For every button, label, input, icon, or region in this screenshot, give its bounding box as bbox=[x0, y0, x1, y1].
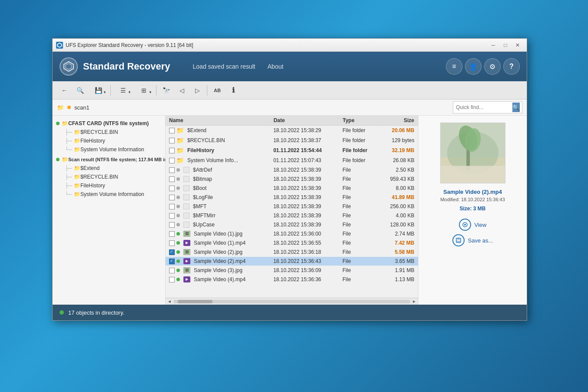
preview-panel: Sample Video (2).mp4 Modified: 18.10.202… bbox=[418, 116, 527, 305]
row-checkbox[interactable] bbox=[169, 249, 175, 255]
table-row[interactable]: 📁$Extend18.10.2022 15:38:29File folder20… bbox=[166, 126, 418, 136]
row-checkbox[interactable] bbox=[169, 259, 175, 264]
tree-item-scan-result[interactable]: 📁 Scan result (NTFS file system; 117.94 … bbox=[53, 154, 165, 164]
path-text[interactable]: scan1 bbox=[74, 104, 449, 111]
status-dot bbox=[56, 122, 60, 125]
list-view-button[interactable]: ☰ ▼ bbox=[113, 83, 133, 97]
search-button[interactable]: 🔍 bbox=[73, 83, 87, 97]
scroll-thumb[interactable] bbox=[178, 300, 213, 303]
file-type: File bbox=[339, 175, 379, 184]
tree-item-sysvolinfo1[interactable]: └─ 📁 System Volume Information bbox=[53, 145, 165, 154]
scroll-right-arrow[interactable]: ► bbox=[412, 299, 416, 304]
table-row[interactable]: $UpCase18.10.2022 15:38:39File128.00 KB bbox=[166, 220, 418, 229]
tree-item-recycle1[interactable]: ├─ 📁 $RECYCLE.BIN bbox=[53, 128, 165, 136]
grid-view-button[interactable]: ⊞ ▼ bbox=[134, 83, 154, 97]
app-logo bbox=[60, 57, 78, 76]
row-checkbox[interactable] bbox=[169, 128, 175, 133]
tree-item-sysvolinfo2[interactable]: └─ 📁 System Volume Information bbox=[53, 190, 165, 199]
row-checkbox[interactable] bbox=[169, 158, 175, 163]
toolbar-separator-2 bbox=[156, 85, 156, 96]
info-button[interactable]: ℹ bbox=[226, 83, 241, 97]
help-button[interactable]: ? bbox=[503, 58, 520, 75]
tree-item-filehistory1[interactable]: ├─ 📁 FileHistory bbox=[53, 136, 165, 145]
quick-find-input[interactable] bbox=[456, 104, 512, 110]
file-name: $MFT bbox=[193, 203, 206, 209]
row-checkbox[interactable] bbox=[169, 268, 175, 273]
file-type: File bbox=[339, 266, 379, 275]
view-action[interactable]: View bbox=[459, 219, 487, 231]
save-as-action[interactable]: Save as... bbox=[452, 234, 493, 246]
rename-button[interactable]: AB bbox=[209, 83, 225, 97]
row-checkbox[interactable] bbox=[169, 240, 175, 246]
status-bar: 17 objects in directory. bbox=[53, 305, 527, 320]
table-row[interactable]: 📁System Volume Info...01.11.2022 15:07:4… bbox=[166, 156, 418, 166]
col-size-header[interactable]: Size bbox=[379, 116, 418, 126]
file-icon bbox=[183, 213, 189, 219]
row-checkbox[interactable] bbox=[169, 138, 175, 143]
table-row[interactable]: $MFTMirr18.10.2022 15:38:39File4.00 KB bbox=[166, 211, 418, 220]
close-button[interactable]: ✕ bbox=[512, 41, 523, 50]
table-row[interactable]: 🖼Sample Video (2).jpg18.10.2022 15:36:18… bbox=[166, 248, 418, 257]
save-button[interactable]: 💾 ▼ bbox=[88, 83, 108, 97]
file-size: 129 bytes bbox=[379, 136, 418, 146]
nav-load-scan[interactable]: Load saved scan result bbox=[188, 60, 261, 73]
status-dot bbox=[176, 232, 180, 236]
table-row[interactable]: 📁$RECYCLE.BIN18.10.2022 15:38:37File fol… bbox=[166, 136, 418, 146]
menu-button[interactable]: ≡ bbox=[446, 58, 462, 75]
file-list[interactable]: Name Date Type Size 📁$Extend18.10.2022 1… bbox=[166, 116, 418, 298]
quick-find-button[interactable]: 🔍 bbox=[512, 103, 520, 112]
settings-button[interactable]: ⚙ bbox=[484, 58, 501, 75]
file-icon bbox=[183, 222, 189, 228]
row-checkbox[interactable] bbox=[169, 186, 175, 191]
row-checkbox[interactable] bbox=[169, 213, 175, 219]
file-date: 18.10.2022 15:38:39 bbox=[270, 211, 339, 220]
file-date: 01.11.2022 15:07:43 bbox=[270, 156, 339, 166]
table-row[interactable]: $Boot18.10.2022 15:38:39File8.00 KB bbox=[166, 184, 418, 193]
next-button[interactable]: ▷ bbox=[190, 83, 205, 97]
table-row[interactable]: 🖼Sample Video (1).jpg18.10.2022 15:36:00… bbox=[166, 229, 418, 239]
folder-icon: 📁 bbox=[74, 183, 80, 189]
row-checkbox[interactable] bbox=[169, 176, 175, 182]
table-row[interactable]: 📁FileHistory01.11.2022 15:54:44File fold… bbox=[166, 146, 418, 156]
col-type-header[interactable]: Type bbox=[339, 116, 379, 126]
table-row[interactable]: $AttrDef18.10.2022 15:38:39File2.50 KB bbox=[166, 166, 418, 175]
table-row[interactable]: ▶Sample Video (2).mp418.10.2022 15:36:43… bbox=[166, 257, 418, 266]
row-checkbox[interactable] bbox=[169, 148, 175, 153]
horizontal-scrollbar[interactable]: ◄ ► bbox=[166, 298, 418, 305]
table-row[interactable]: ▶Sample Video (4).mp418.10.2022 15:36:36… bbox=[166, 275, 418, 284]
table-row[interactable]: $LogFile18.10.2022 15:38:39File41.89 MB bbox=[166, 193, 418, 202]
back-button[interactable]: ← bbox=[57, 83, 72, 97]
user-button[interactable]: 👤 bbox=[465, 58, 482, 75]
maximize-button[interactable]: □ bbox=[500, 41, 511, 50]
tree-item-cfast[interactable]: 📁 CFAST CARD (NTFS file system) bbox=[53, 119, 165, 128]
file-name: FileHistory bbox=[187, 147, 214, 153]
nav-about[interactable]: About bbox=[262, 60, 289, 73]
minimize-button[interactable]: ─ bbox=[488, 41, 499, 50]
file-size: 256.00 KB bbox=[379, 202, 418, 211]
connector-icon: ├─ bbox=[65, 174, 72, 180]
col-date-header[interactable]: Date bbox=[270, 116, 339, 126]
row-checkbox[interactable] bbox=[169, 195, 175, 200]
tree-item-filehistory2[interactable]: ├─ 📁 FileHistory bbox=[53, 181, 165, 190]
table-row[interactable]: $Bitmap18.10.2022 15:38:39File959.43 KB bbox=[166, 175, 418, 184]
row-checkbox[interactable] bbox=[169, 222, 175, 228]
row-checkbox[interactable] bbox=[169, 277, 175, 282]
row-checkbox[interactable] bbox=[169, 204, 175, 209]
prev-button[interactable]: ◁ bbox=[174, 83, 189, 97]
folder-icon: 📁 bbox=[74, 129, 80, 135]
row-checkbox[interactable] bbox=[169, 167, 175, 173]
scroll-track[interactable] bbox=[173, 300, 410, 303]
scroll-left-arrow[interactable]: ◄ bbox=[167, 299, 172, 304]
preview-size: Size: 3 MB bbox=[459, 206, 485, 212]
tree-item-recycle2[interactable]: ├─ 📁 $RECYCLE.BIN bbox=[53, 173, 165, 181]
file-size: 26.08 KB bbox=[379, 156, 418, 166]
file-size: 4.00 KB bbox=[379, 211, 418, 220]
col-name-header[interactable]: Name bbox=[166, 116, 270, 126]
table-row[interactable]: ▶Sample Video (1).mp418.10.2022 15:36:55… bbox=[166, 239, 418, 248]
status-dot bbox=[176, 186, 180, 190]
row-checkbox[interactable] bbox=[169, 231, 175, 237]
tree-item-extend[interactable]: ├─ 📁 $Extend bbox=[53, 164, 165, 173]
table-row[interactable]: $MFT18.10.2022 15:38:39File256.00 KB bbox=[166, 202, 418, 211]
table-row[interactable]: 🖼Sample Video (3).jpg18.10.2022 15:36:09… bbox=[166, 266, 418, 275]
find-button[interactable]: 🔭 bbox=[159, 83, 173, 97]
